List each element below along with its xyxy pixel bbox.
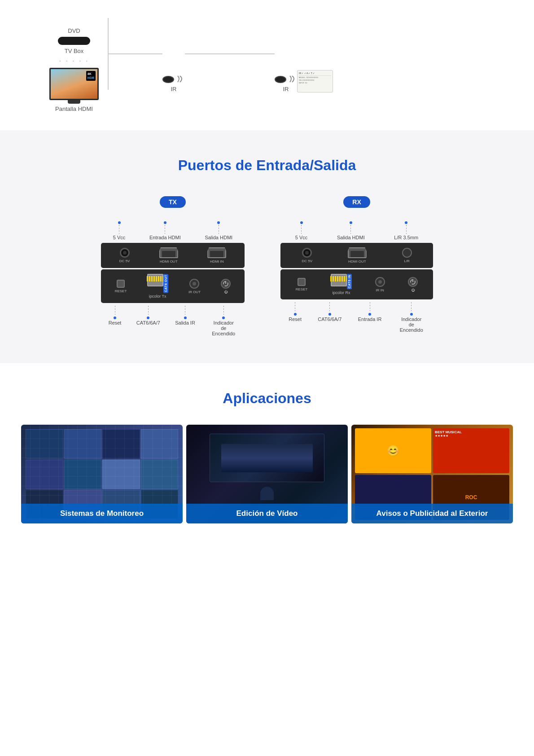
monitoring-label: Sistemas de Monitoreo <box>21 504 183 523</box>
inter-extender-cable <box>185 53 275 54</box>
tx-dc-port: DC 5V <box>119 248 130 263</box>
rx-hdmi-out-port: HDMI OUT <box>348 247 367 264</box>
editing-label: Edición de Vídeo <box>186 504 348 523</box>
rx-label-lr: L/R 3.5mm <box>394 221 418 240</box>
ir-receiver-device: IR ✓ ✓ A ✓ T ✓ MODEL: XXXXXXXXXX SN: XXX… <box>297 70 333 92</box>
rx-bottom-power: Indicador de Encendido <box>398 302 425 333</box>
ir-label-2: IR <box>283 86 289 92</box>
tx-label-5vcc: 5 Vcc <box>113 221 126 240</box>
source-devices: DVD TV Box · · · · · 4KHDR Pantalla HDMI <box>49 27 99 112</box>
set-top-box-icon <box>58 37 90 45</box>
tx-label-salida-hdmi: Salida HDMI <box>205 221 232 240</box>
cat-in-label: CAT6 IN <box>347 274 352 289</box>
tx-top-labels: 5 Vcc Entrada HDMI Salida HDMI <box>101 221 245 240</box>
cat-out-label: CAT6 OUT <box>163 274 168 293</box>
rx-bottom-ir: Entrada IR <box>358 302 382 322</box>
ir-emitter-1: IR <box>162 75 185 92</box>
applications-grid: Sistemas de Monitoreo Edición de Vídeo <box>18 425 516 523</box>
advertising-label: Avisos o Publicidad al Exterior <box>351 504 513 523</box>
rx-ir-in-port: IR IN <box>375 277 385 292</box>
rx-rj45-port: CAT6 IN ipcolor Rx <box>331 274 352 295</box>
tx-bottom-cat: CAT6/6A/7 <box>136 306 160 325</box>
ir-receiver-box: IR ✓ ✓ A ✓ T ✓ MODEL: XXXXXXXXXX SN: XXX… <box>297 70 333 92</box>
app-card-advertising: 😊 BEST MUSICAL ★★★★★ ROC Avisos o Public… <box>351 425 513 523</box>
tx-hdmi-in-port: HDMI IN <box>207 247 226 264</box>
applications-section: Aplicaciones <box>0 363 534 541</box>
rx-unit: RX 5 Vcc Salida HDMI L/R 3.5mm <box>280 196 433 336</box>
tx-label-entrada-hdmi: Entrada HDMI <box>149 221 181 240</box>
tx-bottom-ir: Salida IR <box>175 306 195 325</box>
tx-bottom-power: Indicador de Encendido <box>210 306 237 336</box>
rx-top-labels: 5 Vcc Salida HDMI L/R 3.5mm <box>280 221 433 240</box>
rx-label-salida-hdmi: Salida HDMI <box>337 221 365 240</box>
applications-title: Aplicaciones <box>18 390 516 407</box>
tvbox-label: TV Box <box>65 48 84 54</box>
tx-unit: TX 5 Vcc Entrada HDMI Salida HDMI <box>101 196 245 336</box>
ports-section: Puertos de Entrada/Salida TX 5 Vcc Entra… <box>0 130 534 363</box>
rx-lr-port: L/R <box>402 248 412 263</box>
tx-bottom-panel: RESET <box>101 269 245 303</box>
app-card-editing: Edición de Vídeo <box>186 425 348 523</box>
ir-wave-2 <box>288 75 297 84</box>
ir-wave-1 <box>176 75 185 84</box>
tx-bottom-labels: Reset CAT6/6A/7 Salida IR Indicador de E… <box>101 306 245 336</box>
rx-dc-port: DC 5V <box>302 248 312 263</box>
app-card-monitoring: Sistemas de Monitoreo <box>21 425 183 523</box>
emitter-body-2 <box>275 76 286 83</box>
rx-reset-port: RESET <box>296 278 308 291</box>
tx-ir-out-port: IR OUT <box>188 279 201 294</box>
emitter-body-1 <box>162 76 174 83</box>
hdmi-display-icon: 4KHDR <box>49 68 99 100</box>
rx-bottom-cat: CAT6/6A/7 <box>318 302 341 322</box>
tx-reset-port: RESET <box>115 280 127 293</box>
rx-badge: RX <box>343 196 370 208</box>
rx-power-port: ⏻ <box>408 277 418 292</box>
ports-title: Puertos de Entrada/Salida <box>18 157 516 174</box>
tx-top-panel: DC 5V HDMI OUT HDMI IN <box>101 243 245 268</box>
dots-separator: · · · · · <box>59 57 89 65</box>
dvd-label: DVD <box>68 27 80 34</box>
tx-rj45-port: CAT6 OUT ipcolor Tx <box>147 274 168 299</box>
screen-label: Pantalla HDMI <box>55 105 93 112</box>
rx-label-5vcc: 5 Vcc <box>295 221 308 240</box>
rx-bottom-panel: RESET <box>280 269 433 299</box>
tv-stand <box>68 100 80 104</box>
tx-power-port: ⏻ <box>221 279 231 294</box>
top-connection-diagram: DVD TV Box · · · · · 4KHDR Pantalla HDMI <box>0 0 534 130</box>
tx-badge: TX <box>160 196 186 208</box>
rx-top-panel: DC 5V HDMI OUT L/R <box>280 243 433 268</box>
4k-badge: 4KHDR <box>86 71 96 81</box>
ports-diagram: TX 5 Vcc Entrada HDMI Salida HDMI <box>18 196 516 336</box>
tx-bottom-reset: Reset <box>109 306 122 325</box>
cable-to-tx <box>109 53 162 54</box>
tx-hdmi-out-port: HDMI OUT <box>159 247 178 264</box>
ir-label-1: IR <box>171 86 177 92</box>
rx-bottom-reset: Reset <box>289 302 302 322</box>
ir-emitter-2: IR <box>275 75 297 92</box>
rx-bottom-labels: Reset CAT6/6A/7 Entrada IR Indicador de … <box>280 302 433 333</box>
